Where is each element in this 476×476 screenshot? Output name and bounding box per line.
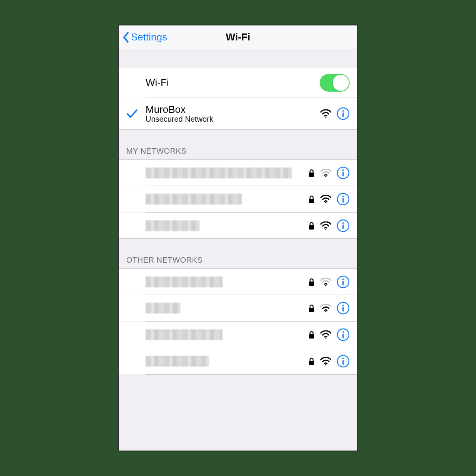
network-row[interactable] (119, 295, 357, 321)
wifi-signal-icon (320, 169, 331, 177)
svg-point-17 (342, 222, 344, 224)
lock-icon (308, 195, 315, 203)
obscured-network-name (146, 168, 292, 178)
wifi-toggle[interactable] (320, 74, 350, 92)
navbar: Settings Wi-Fi (119, 25, 357, 49)
info-icon[interactable] (337, 193, 350, 206)
svg-rect-4 (309, 173, 314, 177)
network-row[interactable] (119, 322, 357, 348)
svg-point-30 (325, 337, 326, 339)
obscured-network-name (146, 194, 242, 204)
network-row[interactable] (119, 159, 357, 186)
lock-icon (308, 221, 315, 230)
info-icon[interactable] (337, 355, 350, 368)
lock-icon (308, 357, 315, 365)
svg-point-25 (325, 311, 326, 312)
wifi-label: Wi-Fi (146, 77, 317, 89)
svg-point-15 (325, 228, 326, 230)
svg-point-5 (325, 176, 326, 177)
network-row[interactable] (119, 186, 357, 212)
connected-network-row[interactable]: MuroBox Unsecured Network (119, 97, 357, 130)
chevron-left-icon (122, 31, 130, 44)
svg-point-27 (342, 305, 344, 306)
svg-rect-33 (342, 334, 344, 338)
svg-point-35 (325, 364, 326, 365)
svg-point-20 (325, 285, 326, 286)
wifi-signal-icon (320, 109, 331, 118)
back-label: Settings (131, 31, 167, 43)
svg-rect-34 (309, 361, 314, 365)
svg-rect-19 (309, 282, 314, 286)
svg-point-12 (342, 196, 344, 197)
svg-point-22 (342, 278, 344, 280)
svg-rect-3 (342, 112, 344, 117)
svg-rect-28 (342, 307, 344, 312)
svg-rect-24 (309, 308, 314, 312)
network-row[interactable] (119, 348, 357, 374)
svg-point-37 (342, 358, 344, 359)
obscured-network-name (146, 277, 223, 287)
wifi-toggle-row: Wi-Fi (119, 68, 357, 97)
svg-point-0 (325, 116, 326, 117)
obscured-network-name (146, 329, 223, 340)
info-icon[interactable] (337, 275, 350, 288)
svg-rect-38 (342, 360, 344, 365)
svg-point-10 (325, 202, 326, 203)
wifi-signal-icon (320, 330, 331, 339)
info-icon[interactable] (337, 219, 350, 232)
obscured-network-name (146, 220, 199, 231)
connected-network-name: MuroBox (146, 104, 317, 116)
wifi-signal-icon (320, 221, 331, 230)
svg-rect-18 (342, 225, 344, 229)
info-icon[interactable] (337, 107, 350, 120)
info-icon[interactable] (337, 166, 350, 179)
lock-icon (308, 169, 315, 177)
info-icon[interactable] (337, 302, 350, 315)
wifi-signal-icon (320, 357, 331, 365)
svg-rect-23 (342, 281, 344, 285)
lock-icon (308, 330, 315, 339)
svg-rect-8 (342, 172, 344, 176)
network-row[interactable] (119, 268, 357, 295)
wifi-settings-screen: Settings Wi-Fi Wi-Fi MuroBox Unsecured N… (118, 25, 358, 451)
back-button[interactable]: Settings (119, 31, 167, 44)
svg-rect-9 (309, 199, 314, 203)
network-row[interactable] (119, 213, 357, 239)
other-networks-header: OTHER NETWORKS (119, 239, 357, 268)
wifi-signal-icon (320, 278, 331, 286)
connected-network-subtitle: Unsecured Network (146, 115, 317, 124)
svg-rect-29 (309, 334, 314, 339)
lock-icon (308, 278, 315, 286)
my-networks-header: MY NETWORKS (119, 130, 357, 159)
obscured-network-name (146, 356, 209, 367)
wifi-signal-icon (320, 195, 331, 203)
wifi-signal-icon (320, 304, 331, 312)
info-icon[interactable] (337, 328, 350, 341)
svg-point-32 (342, 331, 344, 333)
svg-rect-13 (342, 198, 344, 203)
svg-point-7 (342, 169, 344, 171)
svg-point-2 (342, 110, 344, 112)
svg-rect-14 (309, 225, 314, 230)
checkmark-icon (126, 109, 138, 119)
lock-icon (308, 304, 315, 312)
obscured-network-name (146, 303, 180, 313)
